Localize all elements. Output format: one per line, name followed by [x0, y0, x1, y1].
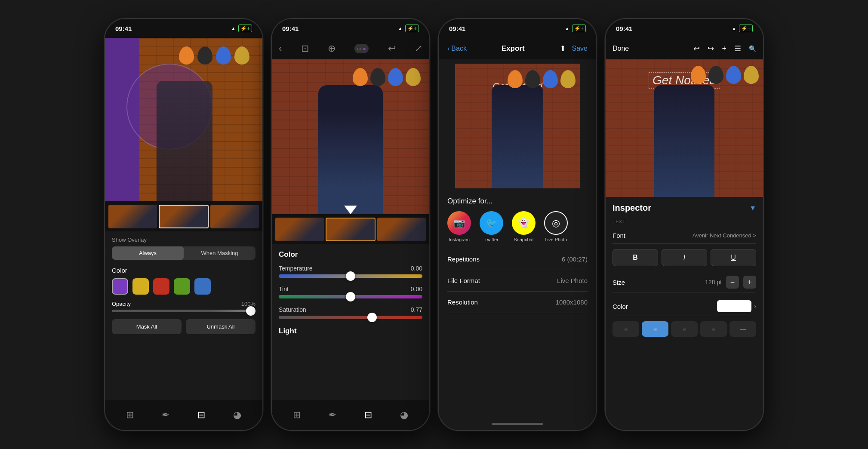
opacity-slider[interactable] — [112, 310, 255, 312]
chevron-down-icon[interactable]: ▼ — [749, 204, 756, 212]
signal-4: ▲ — [732, 26, 736, 31]
size-label: Size — [613, 279, 625, 286]
size-increase-button[interactable]: + — [743, 276, 756, 289]
redo-icon-4[interactable]: ↪ — [708, 44, 714, 53]
filmstrip-icon[interactable]: ⊞ — [126, 409, 134, 421]
color-swatches — [112, 278, 255, 295]
temp-slider[interactable] — [279, 274, 422, 278]
align-justify-button[interactable]: ≡ — [700, 321, 727, 337]
crop-icon[interactable]: ⊡ — [301, 43, 309, 54]
save-button[interactable]: Save — [572, 45, 588, 52]
balloon-dark — [197, 46, 212, 65]
align-center-button[interactable]: ≡ — [642, 321, 668, 337]
unmask-all-button[interactable]: Unmask All — [186, 319, 255, 334]
topbar-icons-4: ↩ ↪ + ☰ 🔍 — [693, 44, 756, 53]
toggle-group: Always When Masking — [112, 246, 255, 260]
livephoto-icon[interactable]: ◎ — [544, 211, 568, 235]
social-icons-row: 📷 Instagram 🐦 Twitter 👻 Snapchat ◎ Live … — [439, 209, 596, 249]
phone1-content: Show Overlay Always When Masking Color O… — [105, 38, 262, 430]
snapchat-icon[interactable]: 👻 — [512, 211, 536, 235]
layers-icon[interactable]: ⊕ — [328, 43, 336, 54]
list-icon-4[interactable]: ☰ — [734, 44, 741, 53]
timeline-thumb-3[interactable] — [210, 205, 259, 228]
sat-slider[interactable] — [279, 316, 422, 319]
twitter-icon[interactable]: 🐦 — [480, 211, 503, 235]
timeline-thumb-2c[interactable] — [377, 218, 426, 241]
balloon-blue — [216, 46, 231, 65]
timeline-thumb-2a[interactable] — [275, 218, 324, 241]
brush-icon[interactable]: ✒ — [162, 409, 169, 421]
color-preview-4[interactable] — [717, 300, 751, 312]
tint-slider[interactable] — [279, 295, 422, 298]
snapchat-label: Snapchat — [514, 237, 533, 242]
battery-1: ⚡+ — [238, 25, 252, 32]
search-icon-4[interactable]: 🔍 — [749, 45, 756, 52]
temp-thumb[interactable] — [346, 271, 355, 281]
mask-all-button[interactable]: Mask All — [112, 319, 182, 334]
tint-row: Tint 0.00 — [279, 286, 422, 298]
toggle-when-masking[interactable]: When Masking — [184, 246, 255, 260]
brush-icon-2[interactable]: ✒ — [329, 409, 336, 421]
align-right-button[interactable]: ≡ — [671, 321, 698, 337]
align-more-button[interactable]: — — [729, 321, 756, 337]
sat-thumb[interactable] — [367, 313, 377, 322]
balloon4-dark — [708, 66, 723, 84]
toggle-always[interactable]: Always — [112, 246, 184, 260]
align-left-button[interactable]: ≡ — [613, 321, 639, 337]
adjustments-icon-2[interactable]: ⊟ — [364, 409, 372, 421]
phone4-topbar: Done ↩ ↪ + ☰ 🔍 — [606, 38, 763, 59]
font-value[interactable]: Avenir Next Condensed > — [693, 232, 756, 239]
swatch-purple[interactable] — [112, 278, 128, 295]
bold-button[interactable]: B — [613, 249, 658, 266]
color-label-1: Color — [112, 267, 255, 274]
battery-2: ⚡+ — [405, 25, 419, 32]
size-decrease-button[interactable]: − — [726, 276, 739, 289]
back-button[interactable]: ‹ Back — [447, 45, 467, 52]
phone1-image — [105, 38, 262, 201]
signal-1: ▲ — [231, 26, 236, 31]
timeline-thumb-2-selected[interactable] — [159, 205, 209, 228]
filmstrip-icon-2[interactable]: ⊞ — [293, 409, 301, 421]
tint-thumb[interactable] — [346, 292, 355, 301]
swatch-red[interactable] — [153, 278, 169, 295]
add-icon-4[interactable]: + — [722, 44, 726, 53]
bottom-toolbar-1: ⊞ ✒ ⊟ ◕ — [105, 400, 262, 430]
time-1: 09:41 — [115, 25, 132, 32]
timeline-strip-1 — [105, 201, 262, 231]
mask-icon-2[interactable]: ◕ — [400, 409, 408, 421]
undo-icon-2[interactable]: ↩ — [388, 43, 396, 54]
timeline-thumb-1[interactable] — [108, 205, 157, 228]
expand-icon[interactable]: ⤢ — [415, 43, 422, 54]
twitter-label: Twitter — [484, 237, 498, 242]
instagram-icon[interactable]: 📷 — [447, 211, 471, 235]
opacity-value: 100% — [241, 301, 255, 307]
phone2-color-section: Color Temperature 0.00 Tint 0.00 — [272, 244, 429, 400]
swatch-yellow[interactable] — [132, 278, 149, 295]
status-icons-3: ▲ ⚡+ — [565, 25, 586, 32]
balloon2-gold — [406, 68, 421, 86]
status-bar-1: 09:41 ▲ ⚡+ — [105, 19, 262, 38]
undo-icon-4[interactable]: ↩ — [693, 44, 700, 53]
done-button[interactable]: Done — [613, 45, 629, 52]
timeline-thumb-2b-selected[interactable] — [326, 218, 376, 241]
tint-value: 0.00 — [411, 286, 422, 292]
phone4-content: Done ↩ ↪ + ☰ 🔍 Get Noticed — [606, 38, 763, 430]
repetitions-value: 6 (00:27) — [562, 255, 588, 263]
phone2-balloons — [353, 68, 421, 86]
back-icon-2[interactable]: ‹ — [279, 43, 282, 54]
phone3-person — [492, 85, 543, 188]
adjustments-icon[interactable]: ⊟ — [197, 409, 205, 421]
italic-button[interactable]: I — [662, 249, 707, 266]
swatch-green[interactable] — [174, 278, 190, 295]
sat-label-row: Saturation 0.77 — [279, 306, 422, 313]
mask-icon[interactable]: ◕ — [233, 409, 241, 421]
repetitions-key: Repetitions — [447, 255, 480, 263]
swatch-blue[interactable] — [194, 278, 211, 295]
phone3-balloons — [508, 70, 576, 88]
home-bar — [492, 423, 543, 425]
underline-button[interactable]: U — [711, 249, 756, 266]
opacity-thumb[interactable] — [246, 306, 255, 316]
color-chevron-icon[interactable]: › — [754, 303, 756, 310]
share-icon[interactable]: ⬆ — [560, 44, 566, 53]
toggle-switch[interactable]: ○ ● — [354, 44, 369, 53]
